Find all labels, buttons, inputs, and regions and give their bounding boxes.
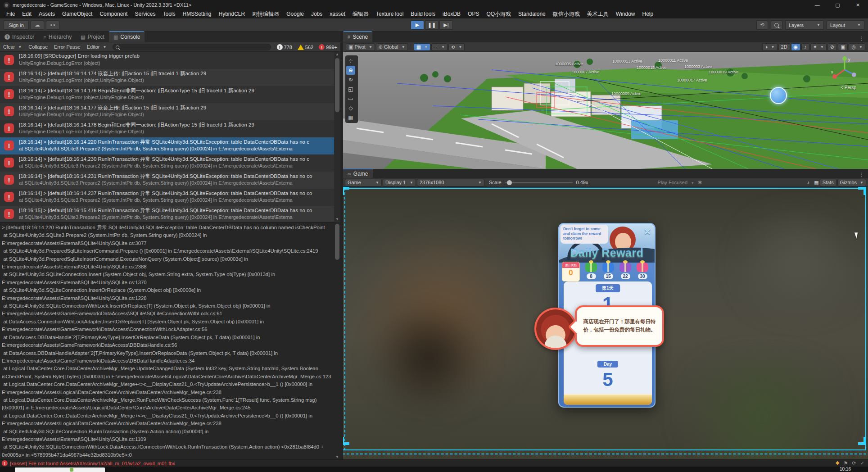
close-button[interactable]: ✕ [848,0,868,10]
snap-settings-toggle[interactable]: ≎▼ [448,43,465,51]
sign-in-button[interactable]: Sign in [4,20,29,30]
play-button[interactable]: ▶ [411,20,424,30]
clear-button[interactable]: Clear▼ [0,42,25,51]
console-entry[interactable]: ![18:16:14] > [default]18:16:14.237 RunI… [0,189,340,206]
console-entry[interactable]: ![18:16:14] > [default]18:16:14.176 Begi… [0,86,340,103]
cumulative-calendar[interactable]: 累计奖励 0 [562,262,580,281]
undo-history-button[interactable]: ⟲ [756,20,768,30]
custom-tool-button[interactable]: ▦ [346,113,355,122]
audio-toggle[interactable]: ♪ [801,43,809,51]
menu-item[interactable]: Component [96,10,131,18]
game-menu-icon[interactable]: ⋮ [859,172,868,178]
menu-item[interactable]: Window [612,10,639,18]
menu-item[interactable]: File [3,10,18,18]
dialog-close-button[interactable]: ✕ [644,227,651,237]
mute-audio-toggle[interactable]: ♪ [807,180,810,185]
version-control-button[interactable]: ⊶ [46,20,59,30]
menu-item[interactable]: Tools [159,10,179,18]
menu-item[interactable]: Edit [18,10,35,18]
scene-viewport[interactable]: ⊹ ⊕ ↻ ◱ ▭ ◇ ▦ 1000005 Active1000007 Acti… [343,52,868,169]
menu-item[interactable]: BuildTools [407,10,439,18]
tab-console[interactable]: ▥Console [109,31,145,42]
menu-item[interactable]: OPS [464,10,483,18]
minimize-button[interactable]: — [807,0,827,10]
layers-dropdown[interactable]: Layers▼ [785,20,824,30]
scene-menu-icon[interactable]: ⋮ [859,36,868,42]
step-button[interactable]: ▶| [439,20,453,30]
menu-item[interactable]: 美术工具 [583,10,612,18]
console-entry[interactable]: ![18:16:14] > [default]18:16:14.230 RunI… [0,154,340,172]
console-entry[interactable]: ![18:16:14] > [default]18:16:14.177 嵌套上传… [0,103,340,120]
rotate-tool-button[interactable]: ↻ [346,75,355,84]
tab-game[interactable]: ∞ Game [343,168,373,178]
layout-dropdown[interactable]: Layout▼ [827,20,864,30]
shading-mode-dropdown[interactable]: ◑▼ [762,43,778,51]
console-entry[interactable]: ![18:16:14] > [default]18:16:14.231 RunI… [0,172,340,189]
resolution-dropdown[interactable]: 2376x1080▼ [417,179,484,186]
gizmos-dropdown-game[interactable]: Gizmos▼ [837,179,866,186]
error-pause-button[interactable]: Error Pause [51,42,84,51]
menu-item[interactable]: HMSSetting [179,10,215,18]
game-viewport[interactable]: Don't forget to come and claim the rewar… [343,187,868,459]
scale-tool-button[interactable]: ◱ [346,85,355,94]
refresh-icon[interactable]: ⟳ [852,460,856,466]
play-focused-dropdown[interactable]: Play Focused ▼ [657,180,694,185]
menu-item[interactable]: GameObject [59,10,96,18]
2d-toggle[interactable]: 2D [778,43,790,51]
scale-slider[interactable] [505,182,573,183]
cloud-button[interactable]: ☁ [31,20,44,30]
menu-item[interactable]: iBoxDB [439,10,464,18]
status-bar[interactable]: ! [xasset] File not found:Assets/AX/scin… [0,459,868,467]
menu-item[interactable]: Google [283,10,307,18]
gift-item[interactable]: 15 [600,263,617,279]
grid-snap-toggle[interactable]: ▦▼ [414,43,430,51]
notification-bell-icon[interactable]: ⚑ [844,460,848,466]
console-entry[interactable]: ![18:16:14] > [default]18:16:14.178 Begi… [0,120,340,137]
transform-tool-button[interactable]: ◇ [346,104,355,113]
paw-icon[interactable]: ✱ [835,460,839,466]
menu-item[interactable]: QQ小游戏 [483,10,515,18]
pivot-dropdown[interactable]: ▣Pivot▼ [346,43,375,51]
effects-dropdown[interactable]: ✦▼ [810,43,827,51]
menu-item[interactable]: Services [131,10,159,18]
editor-dropdown[interactable]: Editor▼ [84,42,110,51]
tab-hierarchy[interactable]: ≡Hierarchy [39,32,76,42]
orientation-gizmo[interactable]: y x [830,55,859,84]
taskbar-app-button[interactable] [15,467,105,472]
error-count-toggle[interactable]: ! 999+ [316,44,339,50]
console-detail-pane[interactable]: > [default]18:16:14.220 RunInTransaction… [0,222,340,459]
lighting-toggle[interactable]: ◉ [791,43,801,51]
tab-inspector[interactable]: iInspector [0,32,39,42]
game-target-dropdown[interactable]: Game▼ [345,179,382,186]
display-dropdown[interactable]: Display 1▼ [383,179,416,186]
menu-item[interactable]: Standalone [515,10,549,18]
tab-project[interactable]: ▤Project [76,32,109,42]
console-entry[interactable]: ![18:16:15] > [default]18:16:15.416 RunI… [0,206,340,222]
guide-chat-bubble[interactable]: 商店现在开门了！那里有每日特价，包括一份免费的每日礼物。 [575,305,664,347]
info-count-toggle[interactable]: ! 778 [275,44,294,50]
vsync-grid-toggle[interactable]: ▦ [814,180,818,186]
menu-item[interactable]: 微信小游戏 [549,10,583,18]
console-detail-scrollbar[interactable]: ▼ [334,222,340,459]
visibility-toggle[interactable]: ⊘ [827,43,837,51]
console-search-input[interactable] [120,44,266,50]
menu-item[interactable]: Jobs [307,10,326,18]
console-entry[interactable]: ![18:16:14] > [default]18:16:14.220 RunI… [0,137,340,154]
tab-scene[interactable]: # Scene [343,31,372,42]
maximize-button[interactable]: ▢ [827,0,848,10]
menu-item[interactable]: xasset [326,10,349,18]
console-entry[interactable]: ![18:16:09] [SRDebugger] Error loading t… [0,52,340,69]
global-dropdown[interactable]: ⊕Global▼ [376,43,408,51]
increment-snap-toggle[interactable]: ⁘▼ [431,43,448,51]
console-search-field[interactable] [113,44,271,50]
menu-item[interactable]: 剧情编辑器 [249,10,283,18]
warning-count-toggle[interactable]: 562 [295,45,316,50]
gift-item[interactable]: 30 [634,263,651,279]
camera-overlay-toggle[interactable]: ▣ [838,43,848,51]
scale-slider-thumb[interactable] [507,180,512,185]
collab-check-icon[interactable]: ✓ [860,460,864,466]
stats-toggle[interactable]: Stats [820,179,836,186]
search-everywhere-button[interactable] [771,20,782,30]
menu-item[interactable]: HybridCLR [215,10,249,18]
menu-item[interactable]: Help [638,10,657,18]
